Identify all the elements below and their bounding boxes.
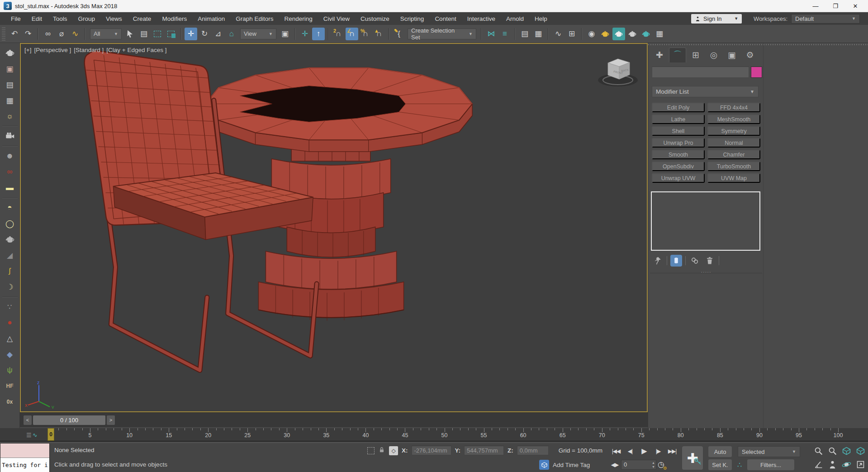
key-filters-icon[interactable]: ∴ — [733, 461, 746, 469]
light-icon[interactable]: ☼ — [3, 110, 17, 123]
select-and-scale-icon[interactable]: ⊿ — [212, 28, 224, 40]
set-key-button[interactable]: Set K. — [708, 459, 732, 470]
listener-script-row[interactable]: Testing for i — [0, 458, 49, 472]
menu-file[interactable]: File — [5, 14, 26, 24]
menu-edit[interactable]: Edit — [26, 14, 47, 24]
modifier-button-chamfer[interactable]: Chamfer — [707, 150, 760, 159]
reference-coordinate-system-dropdown[interactable]: View▼ — [240, 29, 276, 39]
modifier-list-dropdown[interactable]: Modifier List ▼ — [652, 86, 759, 97]
auto-key-button[interactable]: Auto — [708, 446, 732, 457]
plane-light-icon[interactable]: ▬ — [3, 181, 17, 194]
modifier-button-smooth[interactable]: Smooth — [652, 150, 705, 159]
viewport-menu-pov[interactable]: [Perspective ] — [34, 47, 71, 53]
next-frame-button[interactable]: |▶ — [652, 445, 664, 457]
toolbar-grip[interactable] — [2, 27, 5, 41]
particles-icon[interactable]: ∵ — [3, 300, 17, 313]
modifier-button-edit-poly[interactable]: Edit Poly — [652, 103, 705, 112]
render-production-icon[interactable] — [626, 28, 639, 40]
show-end-result-icon[interactable] — [670, 255, 682, 267]
redo-icon[interactable]: ↷ — [22, 28, 34, 40]
percent-snap-toggle-icon[interactable]: ∩% — [359, 28, 372, 40]
walk-through-icon[interactable] — [825, 458, 839, 471]
listener-macro-row[interactable] — [0, 443, 49, 458]
previous-frame-button[interactable]: < — [24, 415, 32, 425]
toggle-layer-explorer-icon[interactable]: ▦ — [532, 28, 545, 40]
modifier-button-uvw-map[interactable]: UVW Map — [707, 173, 760, 183]
remove-modifier-icon[interactable] — [704, 255, 716, 267]
menu-tools[interactable]: Tools — [47, 14, 73, 24]
zoom-icon[interactable] — [811, 444, 825, 458]
previous-frame-button[interactable]: ◀| — [624, 445, 636, 457]
x-coordinate-field[interactable]: -276,104mm — [412, 446, 451, 455]
maximize-viewport-toggle-icon[interactable] — [854, 458, 867, 471]
add-time-tag-button[interactable]: Add Time Tag — [553, 462, 590, 468]
camera-icon[interactable] — [3, 130, 17, 143]
rollout-separator[interactable] — [650, 273, 762, 273]
pin-stack-icon[interactable] — [652, 255, 664, 267]
align-icon[interactable]: ≡ — [498, 28, 511, 40]
create-tab[interactable]: ✚ — [651, 48, 668, 62]
select-and-link-icon[interactable]: ∞ — [42, 28, 54, 40]
go-to-end-button[interactable]: ▶▶| — [666, 445, 678, 457]
menu-scripting[interactable]: Scripting — [395, 14, 430, 24]
hedgehog-icon[interactable]: 0x — [3, 396, 17, 408]
panel-divider[interactable] — [763, 43, 764, 428]
menu-help[interactable]: Help — [529, 14, 553, 24]
select-and-place-icon[interactable]: ⌂ — [225, 28, 238, 40]
viewport-menu-renderer[interactable]: [Standard ] — [74, 47, 104, 53]
edit-named-selection-sets-icon[interactable]: {✎ — [393, 28, 405, 40]
rendered-frame-window-icon[interactable] — [612, 28, 625, 40]
zoom-extents-icon[interactable] — [840, 444, 853, 458]
grass-icon[interactable]: ψ — [3, 364, 17, 377]
menu-rendering[interactable]: Rendering — [279, 14, 318, 24]
motion-tab[interactable]: ◎ — [705, 48, 722, 62]
selection-filter-dropdown[interactable]: All▼ — [90, 29, 122, 39]
select-and-rotate-icon[interactable]: ↻ — [198, 28, 211, 40]
head-icon[interactable]: ☻ — [3, 150, 17, 162]
modifier-button-meshsmooth[interactable]: MeshSmooth — [707, 114, 760, 124]
menu-content[interactable]: Content — [429, 14, 461, 24]
menu-civil-view[interactable]: Civil View — [318, 14, 355, 24]
modifier-button-opensubdiv[interactable]: OpenSubdiv — [652, 162, 705, 171]
key-mode-toggle-button[interactable]: ◀▶ — [610, 459, 620, 470]
modifier-stack-list[interactable] — [651, 191, 760, 251]
hook-icon[interactable]: ʃ — [3, 265, 17, 277]
lips-icon[interactable]: ∞ — [3, 166, 17, 178]
rectangular-selection-region-icon[interactable] — [151, 28, 164, 40]
workspaces-dropdown[interactable]: Default ▼ — [791, 14, 860, 24]
minimize-button[interactable]: — — [806, 0, 825, 12]
set-keys-button[interactable]: ✚ — [682, 446, 703, 470]
menu-modifiers[interactable]: Modifiers — [157, 14, 192, 24]
time-configuration-icon[interactable]: ◷⚙ — [658, 460, 664, 469]
transform-gizmo-icon[interactable] — [367, 447, 375, 454]
sign-in-button[interactable]: Sign In ▼ — [691, 14, 742, 24]
unlink-selection-icon[interactable]: ⌀ — [55, 28, 68, 40]
object-name-field[interactable] — [652, 67, 749, 78]
current-frame-marker[interactable]: 0 — [47, 428, 54, 441]
flyout-arrow-icon[interactable]: ◢ — [3, 249, 17, 262]
zoom-extents-all-icon[interactable] — [854, 444, 867, 458]
select-and-manipulate-icon[interactable]: ✛ — [299, 28, 311, 40]
y-coordinate-field[interactable]: 544,757mm — [464, 446, 504, 455]
viewport-menu-shading[interactable]: [Clay + Edged Faces ] — [106, 47, 166, 53]
modifier-button-shell[interactable]: Shell — [652, 126, 705, 136]
window-crossing-toggle-icon[interactable] — [165, 28, 177, 40]
3d-scene[interactable] — [21, 44, 647, 411]
field-of-view-icon[interactable] — [811, 458, 825, 471]
data-grid-icon[interactable]: ▦ — [3, 94, 17, 107]
display-tab[interactable]: ▣ — [723, 48, 740, 62]
play-button[interactable]: ▶ — [638, 445, 650, 457]
zoom-all-icon[interactable] — [825, 444, 839, 458]
render-in-cloud-icon[interactable] — [640, 28, 652, 40]
panel-drag-handle[interactable] — [648, 44, 868, 45]
modifier-button-turbosmooth[interactable]: TurboSmooth — [707, 162, 760, 171]
go-to-start-button[interactable]: |◀◀ — [610, 445, 622, 457]
menu-animation[interactable]: Animation — [192, 14, 230, 24]
hierarchy-tab[interactable]: ⊞ — [687, 48, 704, 62]
use-pivot-point-center-icon[interactable]: ▣ — [279, 28, 291, 40]
toggle-scene-explorer-icon[interactable]: ▤ — [518, 28, 531, 40]
schematic-view-icon[interactable]: ⊞ — [565, 28, 578, 40]
next-frame-button[interactable]: > — [107, 415, 115, 425]
disc-light-icon[interactable]: ◯ — [3, 217, 17, 230]
time-tag-cube-icon[interactable] — [539, 460, 549, 470]
